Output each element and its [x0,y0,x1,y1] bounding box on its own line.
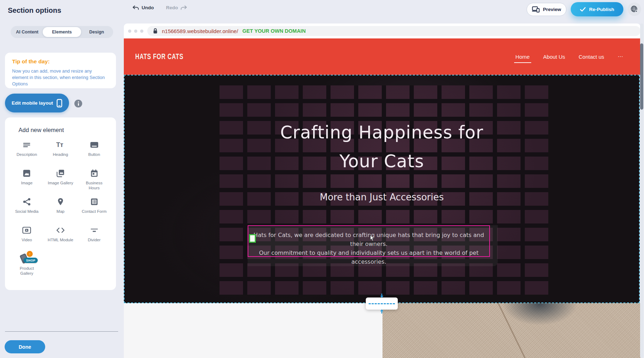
element-divider[interactable]: Divider [77,225,111,253]
get-domain-link[interactable]: GET YOUR OWN DOMAIN [242,28,306,34]
devices-icon [532,6,540,12]
description-icon [22,139,31,151]
section-options-sidebar: Section options AI Content Elements Desi… [0,0,124,358]
window-dots-icon [128,30,143,33]
redo-button[interactable]: Redo [166,5,188,10]
mouse-cursor [370,235,375,241]
nav-contact-us[interactable]: Contact us [579,54,604,60]
nav-home[interactable]: Home [516,54,530,60]
next-section-image [382,303,640,358]
nav-about-us[interactable]: About Us [543,54,565,60]
contact-form-icon [90,196,99,207]
sidebar-divider [5,331,118,332]
undo-icon [132,5,139,10]
arrow-down-icon [380,294,384,299]
topbar-actions: Preview Re-Publish [527,2,641,16]
heading-icon: Tт [56,139,65,151]
lock-icon [153,28,158,34]
page-title: Section options [8,6,61,15]
element-html-module[interactable]: HTML Module [44,225,78,253]
element-map[interactable]: Map [44,196,78,225]
map-icon [56,196,65,207]
element-heading[interactable]: Tт Heading [44,139,78,168]
tab-design[interactable]: Design [81,27,112,37]
element-video[interactable]: Video [10,225,44,253]
shop-badge: SHOP [23,258,38,263]
description-textbox-selected[interactable]: Hats for Cats, we are dedicated to craft… [248,225,490,257]
button-icon [89,139,99,151]
element-grid: Description Tт Heading Button Image Imag… [10,139,111,281]
hero-heading[interactable]: Crafting Happiness for Your Cats [125,118,639,176]
upgrade-arrow-badge: ↑ [27,251,33,257]
preview-button[interactable]: Preview [527,3,566,16]
element-contact-form[interactable]: Contact Form [77,196,111,225]
svg-text:Tт: Tт [56,141,63,148]
info-icon[interactable] [74,100,82,107]
site-logo[interactable]: HATS FOR CATS [135,52,183,61]
edit-mobile-layout-label: Edit mobile layout [12,100,53,106]
undo-redo-group: Undo Redo [132,5,187,10]
image-icon [22,168,31,179]
sidebar-tabs: AI Content Elements Design [11,26,113,38]
edit-mobile-layout-button[interactable]: Edit mobile layout [5,94,69,112]
site-header: HATS FOR CATS Home About Us Contact us ⋯ [124,38,640,75]
element-drag-handle[interactable] [249,234,256,243]
site-preview-canvas: n1566589.websitebuilder.online/ GET YOUR… [124,23,644,358]
business-hours-icon [90,168,99,179]
tip-of-the-day-panel: Tip of the day: Now you can add, move an… [5,53,116,88]
arrow-up-icon [380,309,384,314]
divider-icon [90,225,99,236]
image-gallery-icon [56,168,65,179]
product-gallery-icon: ↑ SHOP [19,253,35,264]
element-image[interactable]: Image [10,168,44,196]
element-description[interactable]: Description [10,139,44,168]
nav-overflow-icon[interactable]: ⋯ [618,53,623,60]
site-nav: Home About Us Contact us ⋯ [516,38,623,75]
element-social-media[interactable]: Social Media [10,196,44,225]
video-icon [22,225,32,236]
element-business-hours[interactable]: Business Hours [77,168,111,196]
add-new-element-title: Add new element [10,127,111,133]
tab-elements[interactable]: Elements [43,27,81,37]
browser-chrome: n1566589.websitebuilder.online/ GET YOUR… [124,23,640,38]
hero-subheading[interactable]: More than Just Accessories [125,192,639,202]
redo-icon [180,5,187,10]
html-module-icon [56,225,65,236]
social-media-icon [22,196,31,207]
element-button[interactable]: Button [77,139,111,168]
tab-ai-content[interactable]: AI Content [12,27,43,37]
add-new-element-panel: Add new element Description Tт Heading B… [5,117,116,290]
hero-section-selected[interactable]: Crafting Happiness for Your Cats More th… [124,75,640,303]
undo-button[interactable]: Undo [132,5,154,10]
done-button[interactable]: Done [5,340,45,353]
checkmark-icon [580,7,586,12]
scrollbar-thumb[interactable] [640,43,643,110]
next-section-left [124,303,382,358]
element-image-gallery[interactable]: Image Gallery [44,168,78,196]
mobile-phone-icon [57,99,62,107]
site-url: n1566589.websitebuilder.online/ [162,28,238,34]
element-product-gallery[interactable]: ↑ SHOP Product Gallery [10,253,44,281]
section-resize-handle[interactable] [366,298,398,310]
resize-dash-line [369,303,395,304]
tip-title: Tip of the day: [12,58,109,65]
tip-body: Now you can add, move and resize any ele… [12,68,107,87]
globe-icon[interactable] [628,2,641,16]
address-bar[interactable]: n1566589.websitebuilder.online/ GET YOUR… [147,26,640,36]
website-builder-app: Section options AI Content Elements Desi… [0,0,644,358]
republish-button[interactable]: Re-Publish [571,2,623,16]
